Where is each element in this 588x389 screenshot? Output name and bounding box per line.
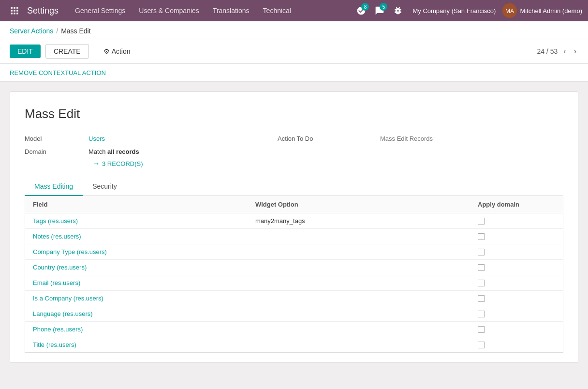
apply-domain-is-company[interactable]	[478, 295, 555, 302]
checkbox-phone[interactable]	[478, 326, 485, 333]
action-bar: EDIT CREATE Action 24 / 53 ‹ ›	[0, 39, 588, 64]
table-row: Email (res.users)	[25, 275, 563, 291]
svg-rect-6	[11, 13, 13, 14]
domain-label: Domain	[25, 146, 83, 155]
table-row: Country (res.users)	[25, 260, 563, 275]
create-button[interactable]: CREATE	[45, 44, 89, 59]
field-email[interactable]: Email (res.users)	[33, 279, 255, 286]
nav-general-settings[interactable]: General Settings	[68, 0, 132, 21]
field-tags[interactable]: Tags (res.users)	[33, 217, 255, 224]
domain-container: Match all records → 3 RECORD(S)	[88, 146, 272, 168]
svg-rect-2	[16, 7, 18, 9]
updates-badge: 8	[361, 3, 369, 11]
model-label: Model	[25, 133, 83, 142]
apps-menu-button[interactable]	[6, 6, 23, 15]
messages-icon-button[interactable]: 5	[372, 3, 387, 18]
col-header-widget: Widget Option	[255, 201, 478, 208]
nav-links: General Settings Users & Companies Trans…	[68, 0, 353, 21]
nav-translations[interactable]: Translations	[206, 0, 256, 21]
messages-badge: 5	[380, 3, 387, 11]
tab-mass-editing[interactable]: Mass Editing	[25, 178, 83, 196]
apply-domain-title[interactable]	[478, 342, 555, 348]
field-title[interactable]: Title (res.users)	[33, 341, 255, 348]
apply-domain-notes[interactable]	[478, 233, 555, 240]
pagination: 24 / 53 ‹ ›	[537, 45, 578, 58]
svg-rect-5	[16, 10, 18, 11]
table-row: Is a Company (res.users)	[25, 291, 563, 306]
pagination-prev[interactable]: ‹	[561, 45, 568, 58]
arrow-icon: →	[92, 159, 100, 168]
apply-domain-language[interactable]	[478, 311, 555, 317]
breadcrumb-current: Mass Edit	[61, 27, 90, 35]
records-link[interactable]: → 3 RECORD(S)	[92, 159, 272, 168]
apply-domain-phone[interactable]	[478, 326, 555, 333]
action-label: Action	[112, 47, 131, 55]
apply-domain-tags[interactable]	[478, 218, 555, 224]
checkbox-tags[interactable]	[478, 218, 485, 224]
gear-icon	[103, 47, 110, 55]
svg-text:MA: MA	[505, 8, 514, 15]
checkbox-notes[interactable]	[478, 233, 485, 240]
contextual-action-bar: REMOVE CONTEXTUAL ACTION	[0, 64, 588, 82]
svg-rect-7	[14, 13, 15, 14]
checkbox-email[interactable]	[478, 280, 485, 286]
table-row: Phone (res.users)	[25, 322, 563, 337]
action-menu-button[interactable]: Action	[103, 47, 131, 55]
remove-contextual-action-link[interactable]: REMOVE CONTEXTUAL ACTION	[10, 69, 106, 76]
main-content: Mass Edit Model Users Action To Do Mass …	[0, 82, 588, 373]
apply-domain-email[interactable]	[478, 280, 555, 286]
field-company-type[interactable]: Company Type (res.users)	[33, 248, 255, 255]
subheader: Server Actions / Mass Edit	[0, 21, 588, 39]
col-header-apply-domain: Apply domain	[478, 201, 555, 208]
user-menu[interactable]: MA Mitchell Admin (demo)	[502, 3, 582, 18]
field-phone[interactable]: Phone (res.users)	[33, 326, 255, 333]
topnav-right: 8 5 My Company (San Francisco) MA Mitche…	[353, 3, 582, 18]
breadcrumb-separator: /	[56, 27, 58, 35]
table-row: Notes (res.users)	[25, 229, 563, 244]
action-to-do-label: Action To Do	[278, 133, 374, 142]
tab-security[interactable]: Security	[83, 178, 127, 196]
checkbox-company-type[interactable]	[478, 249, 485, 255]
checkbox-title[interactable]	[478, 342, 485, 348]
action-to-do-value: Mass Edit Records	[380, 133, 563, 142]
tab-content-mass-editing: Field Widget Option Apply domain Tags (r…	[25, 196, 563, 353]
nav-users-companies[interactable]: Users & Companies	[132, 0, 206, 21]
pagination-text: 24 / 53	[537, 47, 558, 55]
svg-rect-3	[11, 10, 13, 11]
field-country[interactable]: Country (res.users)	[33, 264, 255, 271]
col-header-field: Field	[33, 201, 255, 208]
svg-rect-1	[14, 7, 15, 9]
field-notes[interactable]: Notes (res.users)	[33, 233, 255, 240]
checkbox-language[interactable]	[478, 311, 485, 317]
top-navigation: Settings General Settings Users & Compan…	[0, 0, 588, 21]
table-row: Language (res.users)	[25, 306, 563, 322]
form-title: Mass Edit	[25, 106, 563, 121]
breadcrumb: Server Actions / Mass Edit	[10, 21, 578, 39]
domain-text: Match all records	[88, 146, 272, 155]
pagination-next[interactable]: ›	[572, 45, 578, 58]
field-is-company[interactable]: Is a Company (res.users)	[33, 295, 255, 302]
table-header: Field Widget Option Apply domain	[25, 196, 563, 213]
form-card: Mass Edit Model Users Action To Do Mass …	[10, 91, 578, 363]
table-row: Tags (res.users) many2many_tags	[25, 213, 563, 229]
nav-technical[interactable]: Technical	[256, 0, 298, 21]
updates-icon-button[interactable]: 8	[353, 3, 369, 18]
widget-tags: many2many_tags	[255, 217, 478, 224]
bug-icon-button[interactable]	[390, 3, 406, 18]
breadcrumb-parent[interactable]: Server Actions	[10, 27, 53, 35]
app-brand: Settings	[23, 6, 59, 16]
edit-button[interactable]: EDIT	[10, 45, 41, 58]
field-language[interactable]: Language (res.users)	[33, 310, 255, 317]
table-row: Company Type (res.users)	[25, 244, 563, 260]
company-name: My Company (San Francisco)	[409, 7, 500, 15]
checkbox-is-company[interactable]	[478, 295, 485, 302]
svg-rect-0	[11, 7, 13, 9]
apply-domain-country[interactable]	[478, 264, 555, 271]
table-row: Title (res.users)	[25, 337, 563, 352]
model-value[interactable]: Users	[88, 133, 272, 142]
svg-rect-4	[14, 10, 15, 11]
avatar: MA	[502, 3, 517, 18]
apply-domain-company-type[interactable]	[478, 249, 555, 255]
form-fields: Model Users Action To Do Mass Edit Recor…	[25, 133, 563, 168]
checkbox-country[interactable]	[478, 264, 485, 271]
